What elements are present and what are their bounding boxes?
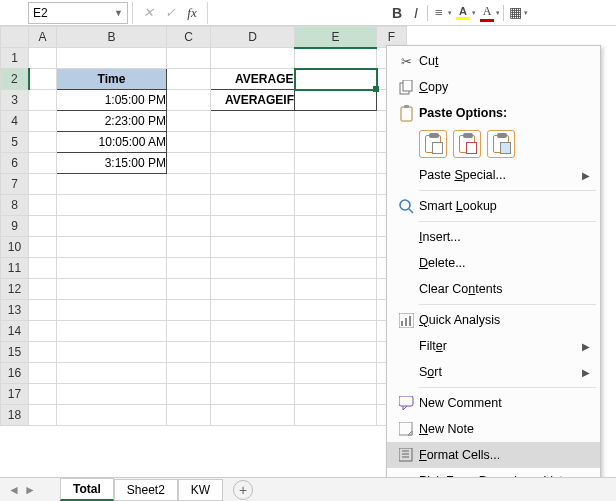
- highlight-color-button[interactable]: A: [455, 4, 471, 22]
- align-button[interactable]: ≡: [431, 4, 447, 22]
- paste-option-all[interactable]: [419, 130, 447, 158]
- row-header-18[interactable]: 18: [1, 405, 29, 426]
- row-header-5[interactable]: 5: [1, 132, 29, 153]
- divider: [207, 2, 208, 24]
- svg-rect-2: [401, 107, 412, 121]
- ctx-paste-options-header: Paste Options:: [387, 100, 600, 126]
- submenu-arrow-icon: ▶: [582, 170, 594, 181]
- note-icon: [393, 422, 419, 436]
- row-header-2[interactable]: 2: [1, 69, 29, 90]
- select-all-triangle[interactable]: [1, 27, 29, 48]
- row-header-4[interactable]: 4: [1, 111, 29, 132]
- svg-rect-1: [403, 80, 412, 91]
- cell-B6[interactable]: 3:15:00 PM: [57, 153, 167, 174]
- magnifier-icon: [393, 198, 419, 214]
- ctx-cut[interactable]: ✂ Cut: [387, 48, 600, 74]
- cell-D2[interactable]: AVERAGE: [211, 69, 295, 90]
- row-header-1[interactable]: 1: [1, 48, 29, 69]
- bold-button[interactable]: B: [389, 4, 405, 22]
- tab-nav-buttons[interactable]: ◄►: [0, 483, 60, 497]
- col-header-A[interactable]: A: [29, 27, 57, 48]
- row-header-14[interactable]: 14: [1, 321, 29, 342]
- cell-B3[interactable]: 1:05:00 PM: [57, 90, 167, 111]
- formula-confirm-button: ✓: [159, 5, 181, 20]
- highlight-swatch: [456, 17, 470, 20]
- ctx-clear-contents[interactable]: Clear Contents: [387, 276, 600, 302]
- svg-rect-3: [404, 105, 409, 108]
- quick-analysis-icon: [393, 313, 419, 328]
- cell-B2[interactable]: Time: [57, 69, 167, 90]
- row-header-8[interactable]: 8: [1, 195, 29, 216]
- row-header-12[interactable]: 12: [1, 279, 29, 300]
- name-box[interactable]: E2 ▼: [28, 2, 128, 24]
- row-header-15[interactable]: 15: [1, 342, 29, 363]
- ctx-insert[interactable]: Insert...: [387, 224, 600, 250]
- insert-function-button[interactable]: fx: [181, 5, 203, 21]
- cell-B5[interactable]: 10:05:00 AM: [57, 132, 167, 153]
- scissors-icon: ✂: [393, 54, 419, 69]
- ctx-copy[interactable]: Copy: [387, 74, 600, 100]
- paste-option-values[interactable]: [453, 130, 481, 158]
- row-header-7[interactable]: 7: [1, 174, 29, 195]
- sheet-tab-strip: ◄► Total Sheet2 KW +: [0, 477, 616, 501]
- ctx-new-note[interactable]: New Note: [387, 416, 600, 442]
- formula-cancel-button: ✕: [137, 5, 159, 20]
- paste-option-picture[interactable]: [487, 130, 515, 158]
- ctx-format-cells[interactable]: Format Cells...: [387, 442, 600, 468]
- ctx-quick-analysis[interactable]: Quick Analysis: [387, 307, 600, 333]
- cell-B4[interactable]: 2:23:00 PM: [57, 111, 167, 132]
- mini-toolbar: B I ≡▾ A ▾ A ▾ ▦▾: [386, 0, 586, 25]
- sheet-tab-total[interactable]: Total: [60, 478, 114, 501]
- clipboard-icon: [393, 105, 419, 122]
- ctx-sort[interactable]: Sort▶: [387, 359, 600, 385]
- name-box-dropdown-icon[interactable]: ▼: [114, 8, 123, 18]
- sheet-tab-kw[interactable]: KW: [178, 479, 223, 501]
- borders-button[interactable]: ▦: [507, 4, 523, 22]
- row-header-11[interactable]: 11: [1, 258, 29, 279]
- font-color-button[interactable]: A: [479, 4, 495, 22]
- ctx-filter[interactable]: Filter▶: [387, 333, 600, 359]
- col-header-C[interactable]: C: [167, 27, 211, 48]
- name-box-value: E2: [33, 6, 114, 20]
- ctx-smart-lookup[interactable]: Smart Lookup: [387, 193, 600, 219]
- cell-E2[interactable]: [295, 69, 377, 90]
- ctx-new-comment[interactable]: New Comment: [387, 390, 600, 416]
- row-header-10[interactable]: 10: [1, 237, 29, 258]
- italic-button[interactable]: I: [408, 4, 424, 22]
- cell-D3[interactable]: AVERAGEIF: [211, 90, 295, 111]
- row-header-3[interactable]: 3: [1, 90, 29, 111]
- cell-E3[interactable]: [295, 90, 377, 111]
- svg-rect-8: [405, 318, 407, 326]
- col-header-E[interactable]: E: [295, 27, 377, 48]
- col-header-D[interactable]: D: [211, 27, 295, 48]
- svg-point-4: [400, 200, 410, 210]
- ctx-paste-special[interactable]: Paste Special... ▶: [387, 162, 600, 188]
- divider: [132, 2, 133, 24]
- row-header-16[interactable]: 16: [1, 363, 29, 384]
- ctx-delete[interactable]: Delete...: [387, 250, 600, 276]
- svg-rect-7: [401, 321, 403, 326]
- comment-icon: [393, 396, 419, 410]
- format-cells-icon: [393, 448, 419, 462]
- svg-line-5: [409, 209, 413, 213]
- row-header-9[interactable]: 9: [1, 216, 29, 237]
- row-header-6[interactable]: 6: [1, 153, 29, 174]
- add-sheet-button[interactable]: +: [233, 480, 253, 500]
- col-header-B[interactable]: B: [57, 27, 167, 48]
- row-header-13[interactable]: 13: [1, 300, 29, 321]
- context-menu: ✂ Cut Copy Paste Options: Paste Special.…: [386, 45, 601, 501]
- svg-rect-10: [399, 396, 413, 406]
- font-color-swatch: [480, 19, 494, 22]
- paste-options-strip: [387, 126, 600, 162]
- sheet-tab-sheet2[interactable]: Sheet2: [114, 479, 178, 501]
- svg-rect-9: [409, 316, 411, 326]
- copy-icon: [393, 80, 419, 95]
- row-header-17[interactable]: 17: [1, 384, 29, 405]
